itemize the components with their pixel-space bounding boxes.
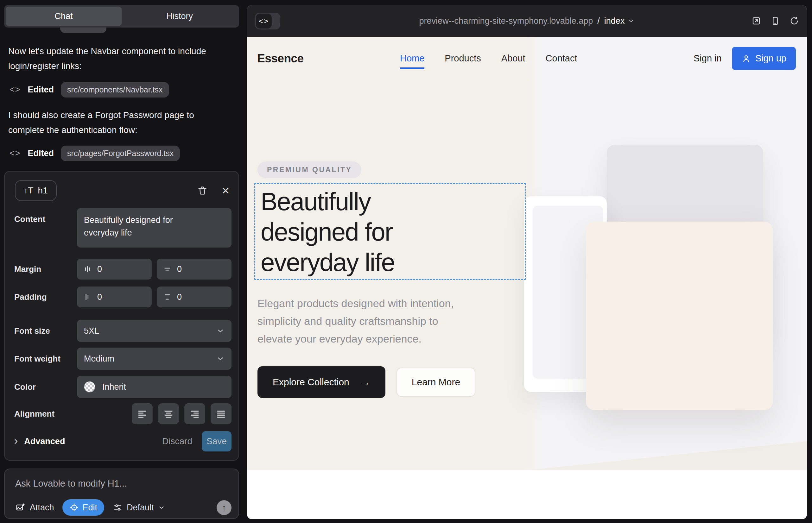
sign-in-link[interactable]: Sign in [693,53,722,64]
tab-chat[interactable]: Chat [6,7,122,26]
edit-mode-button[interactable]: Edit [63,499,105,516]
arrow-right-icon: → [360,376,370,388]
edited-label: Edited [28,85,54,95]
site-logo: Essence [257,37,304,80]
assistant-message: I should also create a Forgot Password p… [8,108,231,138]
save-button[interactable]: Save [202,431,231,451]
content-label: Content [14,214,77,224]
font-size-label: Font size [14,326,77,336]
site-preview-panel: <> preview--charming-site-symphony.lovab… [247,5,807,519]
url-domain: preview--charming-site-symphony.lovable.… [419,16,593,26]
font-size-select[interactable]: 5XL [77,320,231,342]
url-page: index [604,16,625,26]
model-selector[interactable]: Default [113,503,165,512]
padding-label: Padding [14,292,77,302]
padding-horizontal-icon [83,292,92,302]
target-icon [69,503,79,512]
nav-link-home[interactable]: Home [400,53,424,69]
margin-y-input[interactable]: 0 [157,259,231,279]
color-swatch [84,381,95,393]
chevron-down-icon [158,504,165,511]
nav-link-contact[interactable]: Contact [546,53,577,64]
scrolled-user-message-bubble [60,28,106,33]
delete-element-button[interactable] [197,185,208,196]
refresh-icon [789,16,799,26]
advanced-toggle[interactable]: › Advanced [14,436,65,447]
rendered-site: Essence Home Products About Contact Sign… [247,37,807,519]
url-separator: / [597,16,600,26]
trash-icon [197,185,208,196]
chat-composer: Attach Edit Default [4,469,239,519]
align-left-icon [137,409,147,419]
chevron-down-icon [216,355,225,363]
hero-section: PREMIUM QUALITY Beautifully designed for… [247,80,807,470]
chevron-right-icon: › [14,435,18,446]
assistant-message: Now let's update the Navbar component to… [8,44,231,73]
padding-y-input[interactable]: 0 [157,287,231,307]
element-editor-panel: TT h1 ✕ Content [4,171,239,461]
edited-file-row: <> Edited src/components/Navbar.tsx [10,82,169,98]
padding-x-input[interactable]: 0 [77,287,152,307]
color-select[interactable]: Inherit [77,376,231,398]
element-tag-name: h1 [38,185,48,196]
user-icon [741,54,751,63]
external-link-icon [751,16,761,26]
nav-link-products[interactable]: Products [445,53,481,64]
sign-up-button[interactable]: Sign up [732,47,796,70]
alignment-label: Alignment [14,409,77,419]
preview-url-bar[interactable]: preview--charming-site-symphony.lovable.… [247,5,807,37]
chevron-down-icon [628,17,635,24]
font-weight-select[interactable]: Medium [77,348,231,370]
learn-more-button[interactable]: Learn More [396,367,475,397]
arrow-up-icon: ↑ [222,503,226,512]
element-tag-badge[interactable]: TT h1 [15,180,57,201]
margin-horizontal-icon [83,264,92,274]
margin-label: Margin [14,264,77,274]
chat-history-tabbar: Chat History [4,5,239,28]
explore-collection-button[interactable]: Explore Collection → [258,366,385,398]
file-chip[interactable]: src/pages/ForgotPassword.tsx [61,146,180,161]
color-label: Color [14,382,77,392]
file-chip[interactable]: src/components/Navbar.tsx [61,82,169,97]
nav-link-about[interactable]: About [501,53,525,64]
attach-button[interactable]: Attach [15,502,54,512]
composer-input[interactable] [15,475,224,492]
align-justify-icon [216,409,226,419]
hero-card-cream [586,222,773,410]
hero-decorative-wedge [531,441,807,470]
align-center-button[interactable] [158,403,179,424]
code-icon: <> [10,85,21,95]
align-left-button[interactable] [132,403,153,424]
font-weight-label: Font weight [14,354,77,364]
align-right-icon [189,409,200,419]
align-justify-button[interactable] [211,403,231,424]
smartphone-icon [770,16,780,26]
edited-file-row: <> Edited src/pages/ForgotPassword.tsx [10,145,180,161]
mobile-view-button[interactable] [770,16,780,26]
type-icon: TT [24,185,34,196]
open-in-new-window-button[interactable] [751,16,761,26]
align-center-icon [163,409,174,419]
hero-heading: Beautifully designed for everyday life [261,186,394,278]
hero-badge: PREMIUM QUALITY [258,161,361,178]
content-input[interactable]: Beautifully designed for everyday life [77,208,231,248]
close-icon: ✕ [222,185,230,196]
sliders-icon [113,503,123,512]
selected-h1-outline[interactable]: Beautifully designed for everyday life [254,183,526,280]
close-editor-button[interactable]: ✕ [222,185,230,196]
edited-label: Edited [28,148,54,158]
attach-image-icon [15,502,25,512]
tab-history[interactable]: History [122,7,237,26]
editor-header: TT h1 ✕ [15,180,230,202]
refresh-button[interactable] [789,16,799,26]
chevron-down-icon [216,327,225,335]
padding-vertical-icon [162,292,172,302]
send-button[interactable]: ↑ [217,500,231,515]
discard-button[interactable]: Discard [162,436,192,446]
site-nav-links: Home Products About Contact [400,37,577,80]
site-next-section [247,470,807,519]
margin-x-input[interactable]: 0 [77,259,152,279]
site-navbar: Essence Home Products About Contact Sign… [247,37,807,80]
hero-description: Elegant products designed with intention… [258,294,454,348]
align-right-button[interactable] [184,403,205,424]
